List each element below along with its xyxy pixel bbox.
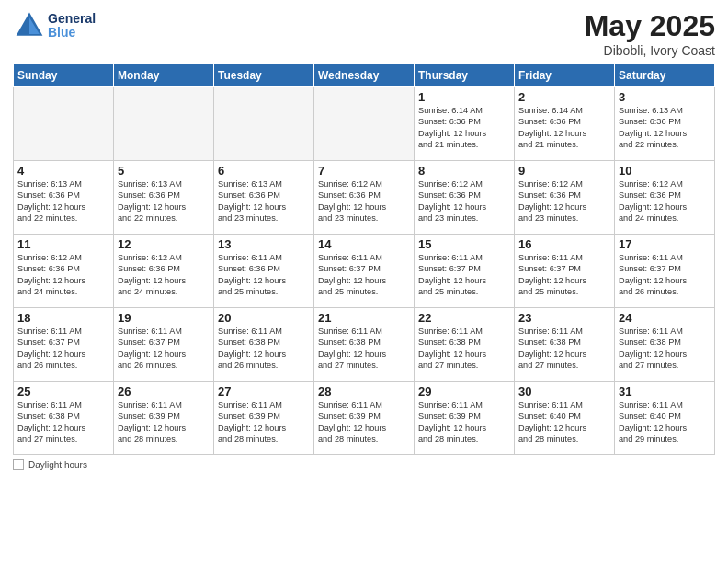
day-cell-28: 28Sunrise: 6:11 AM Sunset: 6:39 PM Dayli… (314, 382, 415, 455)
day-cell-26: 26Sunrise: 6:11 AM Sunset: 6:39 PM Dayli… (114, 382, 214, 455)
day-number: 2 (518, 90, 610, 104)
day-number: 26 (118, 385, 210, 398)
day-info: Sunrise: 6:11 AM Sunset: 6:37 PM Dayligh… (518, 252, 610, 298)
day-number: 5 (118, 164, 210, 178)
day-number: 15 (418, 237, 510, 251)
day-info: Sunrise: 6:11 AM Sunset: 6:37 PM Dayligh… (318, 252, 410, 298)
weekday-wednesday: Wednesday (314, 64, 415, 87)
day-cell-9: 9Sunrise: 6:12 AM Sunset: 6:36 PM Daylig… (515, 161, 615, 235)
day-number: 30 (518, 385, 610, 398)
day-number: 3 (619, 90, 711, 104)
week-row-0: 1Sunrise: 6:14 AM Sunset: 6:36 PM Daylig… (14, 87, 715, 161)
logo: General Blue (13, 9, 96, 42)
day-cell-20: 20Sunrise: 6:11 AM Sunset: 6:38 PM Dayli… (214, 308, 314, 382)
day-cell-23: 23Sunrise: 6:11 AM Sunset: 6:38 PM Dayli… (515, 308, 615, 382)
day-number: 18 (17, 311, 109, 325)
day-number: 29 (418, 385, 510, 398)
day-info: Sunrise: 6:11 AM Sunset: 6:38 PM Dayligh… (318, 326, 410, 372)
day-info: Sunrise: 6:11 AM Sunset: 6:39 PM Dayligh… (118, 399, 210, 445)
day-info: Sunrise: 6:11 AM Sunset: 6:37 PM Dayligh… (17, 326, 109, 372)
page: General Blue May 2025 Dibobli, Ivory Coa… (0, 0, 728, 563)
calendar-table: SundayMondayTuesdayWednesdayThursdayFrid… (13, 63, 715, 455)
week-row-3: 18Sunrise: 6:11 AM Sunset: 6:37 PM Dayli… (14, 308, 715, 382)
day-number: 1 (418, 90, 510, 104)
day-cell-5: 5Sunrise: 6:13 AM Sunset: 6:36 PM Daylig… (114, 161, 214, 235)
day-cell-16: 16Sunrise: 6:11 AM Sunset: 6:37 PM Dayli… (515, 235, 615, 308)
day-cell-15: 15Sunrise: 6:11 AM Sunset: 6:37 PM Dayli… (415, 235, 515, 308)
day-info: Sunrise: 6:12 AM Sunset: 6:36 PM Dayligh… (118, 252, 210, 298)
day-number: 6 (218, 164, 310, 178)
header: General Blue May 2025 Dibobli, Ivory Coa… (13, 9, 715, 58)
day-info: Sunrise: 6:13 AM Sunset: 6:36 PM Dayligh… (218, 178, 310, 224)
day-cell-19: 19Sunrise: 6:11 AM Sunset: 6:37 PM Dayli… (114, 308, 214, 382)
day-number: 9 (518, 164, 610, 178)
day-cell-24: 24Sunrise: 6:11 AM Sunset: 6:38 PM Dayli… (615, 308, 715, 382)
day-number: 31 (619, 385, 711, 398)
day-number: 22 (418, 311, 510, 325)
day-info: Sunrise: 6:12 AM Sunset: 6:36 PM Dayligh… (619, 178, 711, 224)
day-info: Sunrise: 6:11 AM Sunset: 6:38 PM Dayligh… (518, 326, 610, 372)
day-cell-21: 21Sunrise: 6:11 AM Sunset: 6:38 PM Dayli… (314, 308, 415, 382)
day-number: 8 (418, 164, 510, 178)
day-cell-6: 6Sunrise: 6:13 AM Sunset: 6:36 PM Daylig… (214, 161, 314, 235)
day-info: Sunrise: 6:11 AM Sunset: 6:38 PM Dayligh… (418, 326, 510, 372)
logo-icon (13, 9, 46, 42)
empty-cell (314, 87, 415, 161)
day-cell-11: 11Sunrise: 6:12 AM Sunset: 6:36 PM Dayli… (14, 235, 114, 308)
day-cell-14: 14Sunrise: 6:11 AM Sunset: 6:37 PM Dayli… (314, 235, 415, 308)
day-info: Sunrise: 6:11 AM Sunset: 6:37 PM Dayligh… (418, 252, 510, 298)
day-info: Sunrise: 6:14 AM Sunset: 6:36 PM Dayligh… (518, 105, 610, 151)
day-number: 20 (218, 311, 310, 325)
empty-cell (214, 87, 314, 161)
day-cell-29: 29Sunrise: 6:11 AM Sunset: 6:39 PM Dayli… (415, 382, 515, 455)
day-info: Sunrise: 6:11 AM Sunset: 6:37 PM Dayligh… (619, 252, 711, 298)
day-number: 10 (619, 164, 711, 178)
footer-box (13, 459, 24, 470)
month-title: May 2025 (585, 9, 715, 43)
day-number: 4 (17, 164, 109, 178)
day-info: Sunrise: 6:11 AM Sunset: 6:37 PM Dayligh… (118, 326, 210, 372)
empty-cell (14, 87, 114, 161)
day-number: 17 (619, 237, 711, 251)
weekday-saturday: Saturday (615, 64, 715, 87)
day-number: 7 (318, 164, 410, 178)
day-number: 16 (518, 237, 610, 251)
day-cell-25: 25Sunrise: 6:11 AM Sunset: 6:38 PM Dayli… (14, 382, 114, 455)
day-info: Sunrise: 6:14 AM Sunset: 6:36 PM Dayligh… (418, 105, 510, 151)
day-info: Sunrise: 6:12 AM Sunset: 6:36 PM Dayligh… (418, 178, 510, 224)
day-number: 24 (619, 311, 711, 325)
day-number: 23 (518, 311, 610, 325)
day-cell-1: 1Sunrise: 6:14 AM Sunset: 6:36 PM Daylig… (415, 87, 515, 161)
day-number: 25 (17, 385, 109, 398)
day-cell-27: 27Sunrise: 6:11 AM Sunset: 6:39 PM Dayli… (214, 382, 314, 455)
logo-text: General Blue (48, 12, 96, 40)
empty-cell (114, 87, 214, 161)
day-info: Sunrise: 6:11 AM Sunset: 6:38 PM Dayligh… (17, 399, 109, 445)
day-number: 12 (118, 237, 210, 251)
day-info: Sunrise: 6:12 AM Sunset: 6:36 PM Dayligh… (17, 252, 109, 298)
day-info: Sunrise: 6:11 AM Sunset: 6:38 PM Dayligh… (218, 326, 310, 372)
day-cell-2: 2Sunrise: 6:14 AM Sunset: 6:36 PM Daylig… (515, 87, 615, 161)
footer: Daylight hours (13, 459, 715, 470)
day-number: 28 (318, 385, 410, 398)
day-number: 27 (218, 385, 310, 398)
day-cell-22: 22Sunrise: 6:11 AM Sunset: 6:38 PM Dayli… (415, 308, 515, 382)
day-cell-17: 17Sunrise: 6:11 AM Sunset: 6:37 PM Dayli… (615, 235, 715, 308)
weekday-monday: Monday (114, 64, 214, 87)
day-info: Sunrise: 6:11 AM Sunset: 6:36 PM Dayligh… (218, 252, 310, 298)
title-area: May 2025 Dibobli, Ivory Coast (585, 9, 715, 58)
day-info: Sunrise: 6:13 AM Sunset: 6:36 PM Dayligh… (118, 178, 210, 224)
day-cell-31: 31Sunrise: 6:11 AM Sunset: 6:40 PM Dayli… (615, 382, 715, 455)
day-number: 11 (17, 237, 109, 251)
day-info: Sunrise: 6:13 AM Sunset: 6:36 PM Dayligh… (619, 105, 711, 151)
day-info: Sunrise: 6:12 AM Sunset: 6:36 PM Dayligh… (518, 178, 610, 224)
day-info: Sunrise: 6:12 AM Sunset: 6:36 PM Dayligh… (318, 178, 410, 224)
day-info: Sunrise: 6:11 AM Sunset: 6:39 PM Dayligh… (218, 399, 310, 445)
day-cell-12: 12Sunrise: 6:12 AM Sunset: 6:36 PM Dayli… (114, 235, 214, 308)
day-number: 14 (318, 237, 410, 251)
day-info: Sunrise: 6:11 AM Sunset: 6:40 PM Dayligh… (518, 399, 610, 445)
day-cell-30: 30Sunrise: 6:11 AM Sunset: 6:40 PM Dayli… (515, 382, 615, 455)
day-info: Sunrise: 6:11 AM Sunset: 6:40 PM Dayligh… (619, 399, 711, 445)
day-cell-4: 4Sunrise: 6:13 AM Sunset: 6:36 PM Daylig… (14, 161, 114, 235)
day-cell-7: 7Sunrise: 6:12 AM Sunset: 6:36 PM Daylig… (314, 161, 415, 235)
